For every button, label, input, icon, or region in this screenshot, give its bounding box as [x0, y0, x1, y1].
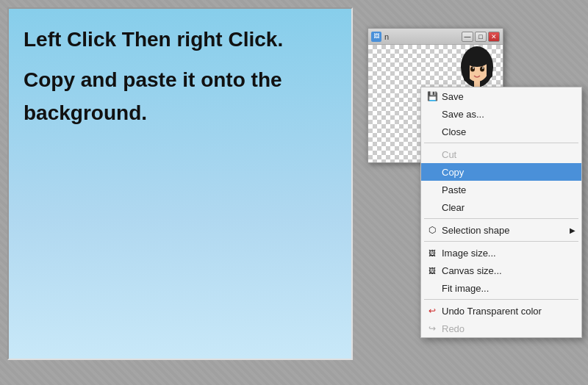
context-menu: 💾 Save Save as... Close Cut Copy Paste C… [420, 87, 582, 338]
app-icon: 🖼 [371, 32, 381, 42]
save-icon: 💾 [426, 90, 439, 103]
selection-shape-icon: ⬡ [426, 223, 439, 237]
menu-label-save-as: Save as... [442, 109, 484, 120]
instruction-text: Left Click Then right Click. Copy and pa… [24, 24, 283, 129]
menu-label-canvas-size: Canvas size... [442, 265, 502, 276]
cut-icon [426, 148, 439, 161]
paste-icon [426, 183, 439, 196]
main-canvas: Left Click Then right Click. Copy and pa… [7, 7, 353, 360]
menu-label-clear: Clear [442, 202, 465, 213]
menu-label-copy: Copy [442, 167, 464, 178]
redo-icon: ↪ [426, 322, 439, 335]
close-menu-icon [426, 125, 439, 138]
menu-item-save[interactable]: 💾 Save [421, 87, 581, 105]
fit-image-icon [426, 281, 439, 295]
separator-2 [424, 218, 578, 219]
svg-point-6 [470, 67, 475, 72]
menu-item-copy[interactable]: Copy [421, 163, 581, 181]
canvas-size-icon: 🖼 [426, 264, 439, 277]
menu-label-close: Close [442, 126, 466, 137]
svg-point-8 [473, 68, 474, 69]
menu-item-selection-shape[interactable]: ⬡ Selection shape ▶ [421, 221, 581, 239]
menu-item-clear[interactable]: Clear [421, 198, 581, 216]
menu-label-undo-transparent: Undo Transparent color [442, 306, 542, 317]
menu-item-undo-transparent[interactable]: ↩ Undo Transparent color [421, 302, 581, 320]
svg-rect-4 [464, 60, 470, 82]
close-button[interactable]: ✕ [488, 32, 500, 42]
menu-item-redo: ↪ Redo [421, 320, 581, 337]
menu-label-redo: Redo [442, 323, 465, 334]
menu-label-selection-shape: Selection shape [442, 225, 510, 236]
save-as-icon [426, 107, 439, 120]
svg-point-7 [480, 67, 484, 72]
copy-icon [426, 165, 439, 179]
app-title: n [384, 32, 462, 41]
menu-label-image-size: Image size... [442, 248, 496, 259]
maximize-button[interactable]: □ [475, 32, 487, 42]
menu-label-cut: Cut [442, 149, 456, 160]
menu-label-fit-image: Fit image... [442, 283, 489, 294]
clear-icon [426, 201, 439, 214]
menu-item-canvas-size[interactable]: 🖼 Canvas size... [421, 262, 581, 279]
app-titlebar: 🖼 n — □ ✕ [368, 29, 503, 45]
instruction-line3: background. [24, 97, 283, 130]
titlebar-buttons: — □ ✕ [462, 32, 500, 42]
separator-1 [424, 143, 578, 143]
selection-shape-arrow: ▶ [570, 226, 576, 234]
svg-point-9 [482, 68, 484, 69]
menu-item-save-as[interactable]: Save as... [421, 105, 581, 123]
menu-item-paste[interactable]: Paste [421, 181, 581, 198]
separator-4 [424, 299, 578, 300]
menu-item-cut: Cut [421, 145, 581, 163]
menu-item-close[interactable]: Close [421, 123, 581, 140]
separator-3 [424, 241, 578, 242]
menu-item-image-size[interactable]: 🖼 Image size... [421, 244, 581, 262]
menu-label-paste: Paste [442, 184, 466, 195]
image-size-icon: 🖼 [426, 246, 439, 259]
instruction-line2: Copy and paste it onto the [24, 64, 283, 97]
minimize-button[interactable]: — [462, 32, 473, 42]
undo-icon: ↩ [426, 304, 439, 317]
menu-item-fit-image[interactable]: Fit image... [421, 279, 581, 297]
svg-rect-5 [487, 60, 492, 78]
menu-label-save: Save [442, 91, 464, 102]
instruction-line1: Left Click Then right Click. [24, 24, 283, 57]
